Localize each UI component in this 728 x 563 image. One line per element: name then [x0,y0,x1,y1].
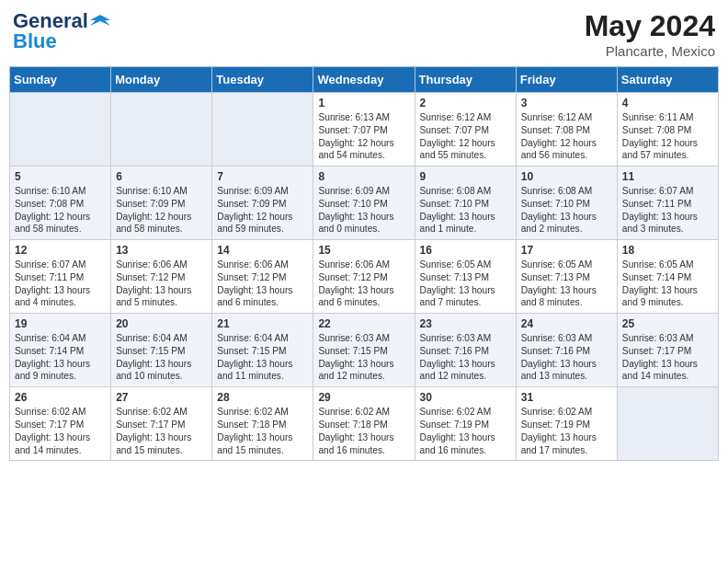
calendar-cell: 23Sunrise: 6:03 AM Sunset: 7:16 PM Dayli… [415,314,516,387]
day-info: Sunrise: 6:07 AM Sunset: 7:11 PM Dayligh… [15,259,106,309]
day-number: 12 [15,244,106,257]
calendar-table: SundayMondayTuesdayWednesdayThursdayFrid… [9,66,719,461]
calendar-cell: 19Sunrise: 6:04 AM Sunset: 7:14 PM Dayli… [10,314,111,387]
day-number: 23 [420,317,511,330]
week-row-1: 1Sunrise: 6:13 AM Sunset: 7:07 PM Daylig… [10,93,719,167]
day-info: Sunrise: 6:05 AM Sunset: 7:13 PM Dayligh… [420,259,511,309]
svg-marker-0 [90,15,110,26]
calendar-cell: 24Sunrise: 6:03 AM Sunset: 7:16 PM Dayli… [516,314,617,387]
day-info: Sunrise: 6:04 AM Sunset: 7:15 PM Dayligh… [217,332,308,383]
calendar-cell: 22Sunrise: 6:03 AM Sunset: 7:15 PM Dayli… [313,314,415,387]
weekday-header-sunday: Sunday [10,67,111,93]
calendar-cell [212,93,313,167]
day-info: Sunrise: 6:03 AM Sunset: 7:15 PM Dayligh… [318,332,409,383]
month-title: May 2024 [585,9,715,43]
day-number: 26 [15,391,106,404]
calendar-cell: 4Sunrise: 6:11 AM Sunset: 7:08 PM Daylig… [617,93,718,167]
calendar-cell: 2Sunrise: 6:12 AM Sunset: 7:07 PM Daylig… [415,93,516,167]
day-number: 15 [318,244,409,257]
day-number: 17 [521,244,612,257]
day-number: 13 [116,244,207,257]
calendar-cell: 5Sunrise: 6:10 AM Sunset: 7:08 PM Daylig… [10,167,111,240]
day-number: 7 [217,170,308,183]
calendar-cell: 11Sunrise: 6:07 AM Sunset: 7:11 PM Dayli… [617,167,718,240]
weekday-header-row: SundayMondayTuesdayWednesdayThursdayFrid… [10,67,719,93]
day-info: Sunrise: 6:07 AM Sunset: 7:11 PM Dayligh… [622,185,713,236]
day-number: 22 [318,317,409,330]
day-number: 24 [521,317,612,330]
calendar-cell [111,93,212,167]
logo: General Blue [13,9,110,53]
weekday-header-tuesday: Tuesday [212,67,313,93]
calendar-cell: 18Sunrise: 6:05 AM Sunset: 7:14 PM Dayli… [617,240,718,314]
calendar-cell: 26Sunrise: 6:02 AM Sunset: 7:17 PM Dayli… [10,387,111,461]
calendar-cell: 6Sunrise: 6:10 AM Sunset: 7:09 PM Daylig… [111,167,212,240]
location-subtitle: Plancarte, Mexico [585,43,715,59]
calendar-cell: 10Sunrise: 6:08 AM Sunset: 7:10 PM Dayli… [516,167,617,240]
day-info: Sunrise: 6:04 AM Sunset: 7:14 PM Dayligh… [15,332,106,383]
week-row-3: 12Sunrise: 6:07 AM Sunset: 7:11 PM Dayli… [10,240,719,314]
day-number: 27 [116,391,207,404]
day-info: Sunrise: 6:12 AM Sunset: 7:08 PM Dayligh… [521,111,612,162]
day-info: Sunrise: 6:03 AM Sunset: 7:17 PM Dayligh… [622,332,713,383]
day-number: 11 [622,170,713,183]
day-info: Sunrise: 6:06 AM Sunset: 7:12 PM Dayligh… [116,259,207,309]
weekday-header-saturday: Saturday [617,67,718,93]
day-info: Sunrise: 6:06 AM Sunset: 7:12 PM Dayligh… [217,259,308,309]
day-info: Sunrise: 6:10 AM Sunset: 7:09 PM Dayligh… [116,185,207,236]
day-info: Sunrise: 6:08 AM Sunset: 7:10 PM Dayligh… [521,185,612,236]
weekday-header-friday: Friday [516,67,617,93]
day-number: 30 [420,391,511,404]
calendar-cell: 28Sunrise: 6:02 AM Sunset: 7:18 PM Dayli… [212,387,313,461]
calendar-cell: 9Sunrise: 6:08 AM Sunset: 7:10 PM Daylig… [415,167,516,240]
calendar-cell: 13Sunrise: 6:06 AM Sunset: 7:12 PM Dayli… [111,240,212,314]
calendar-cell: 20Sunrise: 6:04 AM Sunset: 7:15 PM Dayli… [111,314,212,387]
calendar-cell: 15Sunrise: 6:06 AM Sunset: 7:12 PM Dayli… [313,240,415,314]
week-row-2: 5Sunrise: 6:10 AM Sunset: 7:08 PM Daylig… [10,167,719,240]
day-number: 4 [622,97,713,109]
day-info: Sunrise: 6:02 AM Sunset: 7:17 PM Dayligh… [116,406,207,456]
day-number: 9 [420,170,511,183]
calendar-cell: 7Sunrise: 6:09 AM Sunset: 7:09 PM Daylig… [212,167,313,240]
calendar-cell: 3Sunrise: 6:12 AM Sunset: 7:08 PM Daylig… [516,93,617,167]
day-number: 2 [420,97,511,109]
day-info: Sunrise: 6:08 AM Sunset: 7:10 PM Dayligh… [420,185,511,236]
day-info: Sunrise: 6:09 AM Sunset: 7:10 PM Dayligh… [318,185,409,236]
day-number: 14 [217,244,308,257]
day-number: 5 [15,170,106,183]
logo-blue: Blue [13,29,57,53]
day-number: 19 [15,317,106,330]
day-number: 25 [622,317,713,330]
day-number: 21 [217,317,308,330]
day-info: Sunrise: 6:02 AM Sunset: 7:19 PM Dayligh… [521,406,612,456]
weekday-header-monday: Monday [111,67,212,93]
day-number: 20 [116,317,207,330]
day-info: Sunrise: 6:09 AM Sunset: 7:09 PM Dayligh… [217,185,308,236]
calendar-cell [617,387,718,461]
calendar-cell [10,93,111,167]
calendar-cell: 16Sunrise: 6:05 AM Sunset: 7:13 PM Dayli… [415,240,516,314]
calendar-cell: 30Sunrise: 6:02 AM Sunset: 7:19 PM Dayli… [415,387,516,461]
day-number: 3 [521,97,612,109]
day-info: Sunrise: 6:05 AM Sunset: 7:13 PM Dayligh… [521,259,612,309]
day-info: Sunrise: 6:02 AM Sunset: 7:17 PM Dayligh… [15,406,106,456]
day-info: Sunrise: 6:02 AM Sunset: 7:18 PM Dayligh… [217,406,308,456]
calendar-cell: 27Sunrise: 6:02 AM Sunset: 7:17 PM Dayli… [111,387,212,461]
day-number: 28 [217,391,308,404]
day-info: Sunrise: 6:03 AM Sunset: 7:16 PM Dayligh… [420,332,511,383]
day-info: Sunrise: 6:02 AM Sunset: 7:19 PM Dayligh… [420,406,511,456]
day-info: Sunrise: 6:13 AM Sunset: 7:07 PM Dayligh… [318,111,409,162]
day-info: Sunrise: 6:10 AM Sunset: 7:08 PM Dayligh… [15,185,106,236]
page-header: General Blue May 2024 Plancarte, Mexico [9,9,719,59]
day-info: Sunrise: 6:04 AM Sunset: 7:15 PM Dayligh… [116,332,207,383]
calendar-cell: 1Sunrise: 6:13 AM Sunset: 7:07 PM Daylig… [313,93,415,167]
weekday-header-wednesday: Wednesday [313,67,415,93]
day-number: 29 [318,391,409,404]
day-number: 1 [318,97,409,109]
calendar-cell: 12Sunrise: 6:07 AM Sunset: 7:11 PM Dayli… [10,240,111,314]
calendar-cell: 21Sunrise: 6:04 AM Sunset: 7:15 PM Dayli… [212,314,313,387]
week-row-4: 19Sunrise: 6:04 AM Sunset: 7:14 PM Dayli… [10,314,719,387]
calendar-cell: 25Sunrise: 6:03 AM Sunset: 7:17 PM Dayli… [617,314,718,387]
day-info: Sunrise: 6:02 AM Sunset: 7:18 PM Dayligh… [318,406,409,456]
day-info: Sunrise: 6:03 AM Sunset: 7:16 PM Dayligh… [521,332,612,383]
